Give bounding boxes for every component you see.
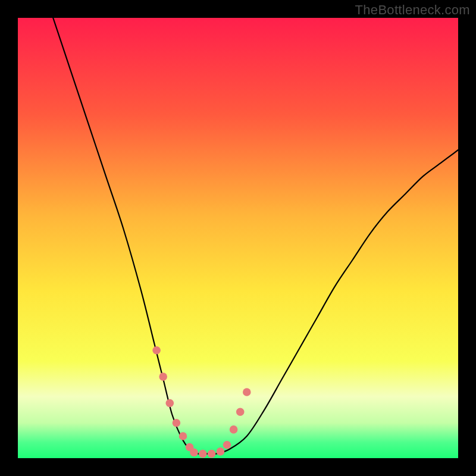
gradient-background	[18, 18, 458, 458]
highlight-dot	[236, 408, 245, 416]
highlight-dot	[166, 399, 174, 408]
highlight-dot	[173, 419, 181, 427]
highlight-dot	[208, 450, 216, 458]
highlight-dot	[217, 447, 225, 456]
bottleneck-chart	[18, 18, 458, 458]
watermark-text: TheBottleneck.com	[355, 2, 470, 18]
highlight-dot	[152, 346, 161, 355]
highlight-dot	[190, 449, 198, 457]
highlight-dot	[243, 388, 251, 396]
plot-area	[18, 18, 458, 458]
highlight-dot	[230, 425, 238, 434]
highlight-dot	[179, 432, 187, 440]
chart-frame: TheBottleneck.com	[0, 0, 476, 476]
highlight-dot	[223, 441, 231, 449]
highlight-dot	[199, 450, 207, 458]
highlight-dot	[159, 372, 167, 381]
